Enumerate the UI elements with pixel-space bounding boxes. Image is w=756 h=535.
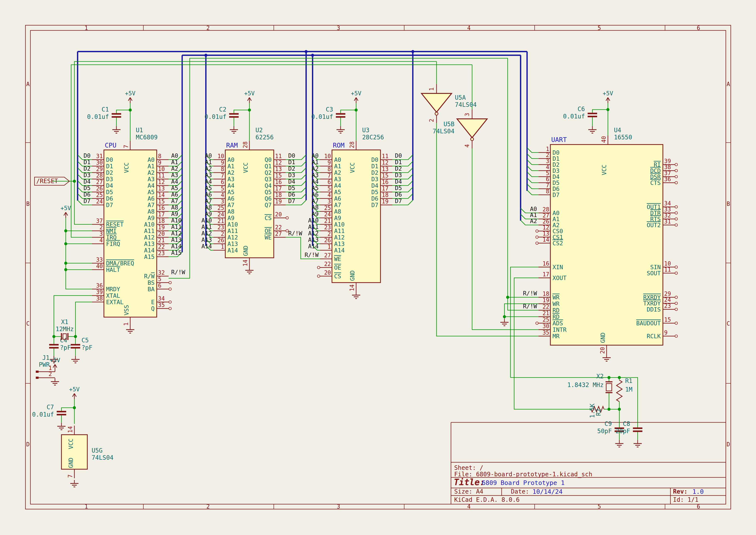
text[interactable]: D2: [288, 165, 295, 172]
text[interactable]: C7: [46, 404, 54, 411]
text[interactable]: Title:: [454, 477, 485, 487]
text[interactable]: D0: [553, 149, 560, 156]
text[interactable]: 22: [158, 243, 165, 250]
text[interactable]: 2: [206, 25, 210, 31]
text[interactable]: A12: [308, 230, 319, 237]
text[interactable]: D5: [371, 189, 378, 195]
text[interactable]: A0: [530, 206, 537, 212]
text[interactable]: 8: [221, 166, 224, 172]
text[interactable]: CS: [334, 273, 341, 280]
text[interactable]: 9: [158, 159, 161, 166]
text[interactable]: 19: [158, 224, 165, 231]
text[interactable]: Sheet: /: [454, 464, 483, 471]
text[interactable]: WR: [553, 300, 560, 307]
text[interactable]: 21: [543, 310, 549, 317]
text[interactable]: B: [26, 201, 30, 207]
text[interactable]: 39: [96, 289, 103, 295]
text[interactable]: A12: [201, 230, 212, 237]
text[interactable]: XTAL: [106, 292, 120, 299]
text[interactable]: PWR: [39, 361, 50, 368]
text[interactable]: 40: [96, 263, 103, 269]
text[interactable]: A2: [171, 165, 178, 172]
text[interactable]: A2: [334, 169, 341, 176]
text[interactable]: 24: [96, 198, 103, 205]
text[interactable]: 35: [543, 329, 549, 336]
text[interactable]: B: [727, 201, 730, 207]
text[interactable]: 28: [543, 206, 549, 213]
text[interactable]: ADS: [553, 320, 563, 326]
text[interactable]: C1: [101, 106, 109, 113]
text[interactable]: UART: [551, 136, 567, 143]
text[interactable]: 9: [221, 159, 224, 166]
text[interactable]: A0: [311, 152, 319, 159]
text[interactable]: WE: [334, 256, 341, 262]
text[interactable]: A0: [148, 156, 154, 163]
text[interactable]: C5: [81, 337, 89, 344]
text[interactable]: 17: [158, 211, 165, 218]
text[interactable]: A2: [205, 165, 212, 172]
text[interactable]: D1: [371, 163, 378, 170]
text[interactable]: 17: [543, 271, 549, 278]
chip-U1[interactable]: CPUU1MC6809VCCVSS71D031D0D130D1D229D2D32…: [78, 127, 185, 326]
text[interactable]: A14: [171, 243, 182, 250]
text[interactable]: 17: [382, 185, 389, 192]
text[interactable]: D7: [83, 198, 91, 204]
capacitor-C7[interactable]: C70.01uf: [32, 404, 66, 418]
text[interactable]: A3: [171, 172, 178, 179]
text[interactable]: 27: [543, 212, 549, 219]
text[interactable]: D7: [371, 202, 378, 209]
text[interactable]: A7: [228, 202, 234, 209]
text[interactable]: D2: [106, 169, 113, 176]
text[interactable]: 0.01uf: [563, 113, 585, 120]
text[interactable]: 18: [382, 192, 389, 198]
text[interactable]: 16550: [614, 134, 632, 141]
text[interactable]: 15: [382, 172, 389, 179]
text[interactable]: 26: [543, 218, 549, 225]
text[interactable]: C: [26, 320, 30, 327]
text[interactable]: 7: [546, 182, 549, 188]
text[interactable]: 10: [664, 260, 671, 267]
text[interactable]: A8: [311, 204, 319, 211]
capacitor-C1[interactable]: C10.01uf: [87, 106, 121, 120]
text[interactable]: A2: [530, 218, 537, 224]
text[interactable]: 6: [546, 176, 549, 183]
text[interactable]: 18: [158, 218, 165, 224]
text[interactable]: 25: [96, 192, 103, 198]
text[interactable]: 4: [467, 503, 471, 510]
text[interactable]: 11: [275, 153, 282, 159]
text[interactable]: 29: [96, 166, 103, 172]
text[interactable]: Q4: [264, 182, 272, 189]
text[interactable]: 15: [158, 198, 165, 205]
text[interactable]: 6809 Board Prototype 1: [482, 479, 565, 487]
inverter-U5B[interactable]: 34U5B74LS04: [433, 110, 487, 149]
text[interactable]: MRDY: [106, 286, 120, 293]
text[interactable]: 26: [218, 237, 224, 243]
text[interactable]: 1: [48, 365, 52, 371]
text[interactable]: ROM: [333, 142, 344, 149]
text[interactable]: Q3: [264, 176, 272, 183]
text[interactable]: U1: [136, 127, 143, 134]
text[interactable]: A8: [171, 204, 178, 211]
text[interactable]: A9: [334, 215, 341, 221]
text[interactable]: 22: [543, 303, 549, 310]
text[interactable]: 27: [96, 179, 103, 185]
text[interactable]: 62256: [256, 134, 274, 141]
text[interactable]: A9: [311, 211, 319, 217]
text[interactable]: 25: [543, 317, 549, 323]
text[interactable]: A10: [228, 221, 238, 228]
text[interactable]: D4: [83, 178, 91, 185]
text[interactable]: 8: [546, 188, 549, 195]
text[interactable]: A5: [148, 189, 154, 195]
text[interactable]: 2: [546, 152, 549, 158]
text[interactable]: 30: [543, 323, 549, 329]
text[interactable]: U5G: [92, 447, 103, 454]
text[interactable]: R/!W: [288, 230, 303, 237]
text[interactable]: 19: [275, 198, 282, 205]
text[interactable]: A6: [228, 195, 234, 202]
text[interactable]: D0: [288, 152, 295, 159]
text[interactable]: U3: [362, 127, 369, 134]
text[interactable]: A1: [530, 211, 537, 218]
text[interactable]: A10: [144, 221, 154, 228]
text[interactable]: DSR: [650, 173, 661, 180]
text[interactable]: 6: [158, 282, 161, 289]
